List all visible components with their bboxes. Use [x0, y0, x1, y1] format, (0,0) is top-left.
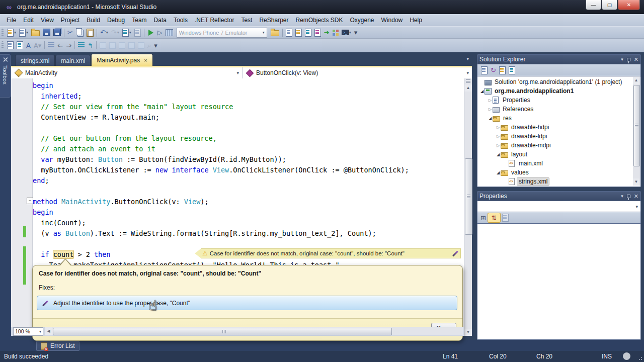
se-refresh-icon[interactable]: ↻	[490, 65, 497, 75]
window-position-chevron-icon[interactable]: ▾	[621, 57, 623, 62]
menu-tools[interactable]: Tools	[170, 15, 191, 25]
comment-selection-icon[interactable]	[77, 40, 86, 50]
close-icon[interactable]: ×	[144, 57, 147, 63]
copy-icon[interactable]	[75, 28, 85, 38]
new-project-icon[interactable]: ▾	[6, 28, 17, 38]
tree-item-res[interactable]: ◢res	[477, 114, 640, 123]
tree-item-main-xml[interactable]: main.xml	[477, 159, 640, 168]
se-show-all-files-icon[interactable]	[498, 65, 507, 75]
uncomment-selection-icon[interactable]: ↰	[87, 40, 94, 50]
menu-test[interactable]: Test	[237, 15, 256, 25]
open-file-icon[interactable]	[30, 28, 41, 38]
categorized-icon[interactable]: ⊞	[479, 213, 487, 223]
command-window-icon[interactable]: >_▾	[341, 28, 352, 38]
vertical-scrollbar-thumb[interactable]	[633, 85, 640, 166]
navigate-icon[interactable]: ▾	[121, 28, 132, 38]
display-member-list-icon[interactable]	[6, 40, 15, 50]
inline-warning-strip[interactable]: ⚠ Case for identifier does not match, or…	[201, 248, 461, 258]
window-position-chevron-icon[interactable]: ▾	[621, 194, 623, 199]
menu-build[interactable]: Build	[83, 15, 104, 25]
expander-icon[interactable]: ◢	[496, 170, 501, 175]
tree-item-references[interactable]: ▷References	[477, 105, 640, 114]
expander-icon[interactable]: ◢	[488, 116, 493, 121]
object-browser-icon[interactable]	[304, 28, 312, 38]
menu-project[interactable]: Project	[57, 15, 83, 25]
scroll-up-icon[interactable]: ▲	[464, 84, 472, 92]
type-dropdown[interactable]: MainActivity ▾	[11, 67, 243, 78]
tree-item-strings-xml[interactable]: strings.xml	[477, 177, 640, 186]
se-properties-icon[interactable]	[480, 65, 489, 75]
paste-icon[interactable]	[86, 28, 95, 38]
tree-item-layout[interactable]: ◢layout	[477, 150, 640, 159]
properties-window-icon[interactable]	[294, 28, 303, 38]
quick-info-icon[interactable]: A	[25, 40, 32, 50]
undo-icon[interactable]: ↶▾	[99, 28, 109, 38]
tree-item-drawable-hdpi[interactable]: ▷drawable-hdpi	[477, 123, 640, 132]
tree-item-solution-org-me-androidapplication1-1-project-[interactable]: Solution 'org.me.androidapplication1' (1…	[477, 77, 640, 86]
menu-data[interactable]: Data	[150, 15, 170, 25]
expander-icon[interactable]: ▷	[496, 125, 501, 130]
menu-resharper[interactable]: ReSharper	[256, 15, 292, 25]
toolbar-grip[interactable]	[2, 29, 4, 37]
solution-explorer-titlebar[interactable]: Solution Explorer ▾ ✕	[477, 54, 641, 64]
class-view-icon[interactable]	[313, 28, 322, 38]
tree-item-drawable-mdpi[interactable]: ▷drawable-mdpi	[477, 141, 640, 150]
expander-icon[interactable]: ◢	[496, 152, 501, 157]
decrease-indent-icon[interactable]: ⇐	[56, 40, 64, 50]
menu-window[interactable]: Window	[378, 15, 407, 25]
horizontal-scrollbar-thumb[interactable]	[53, 328, 392, 335]
minimize-button[interactable]: —	[586, 0, 601, 10]
menu--net-reflector[interactable]: .NET Reflector	[191, 15, 237, 25]
tree-item-drawable-ldpi[interactable]: ▷drawable-ldpi	[477, 132, 640, 141]
properties-titlebar[interactable]: Properties ▾ ✕	[477, 191, 641, 201]
tab-strings-xml[interactable]: strings.xml	[15, 55, 55, 66]
zoom-combo[interactable]: 100 % ▾	[13, 327, 43, 336]
auto-hide-pin-icon[interactable]	[627, 195, 630, 198]
expander-icon[interactable]: ▷	[496, 143, 501, 148]
close-icon[interactable]: ✕	[634, 193, 638, 200]
auto-hide-pin-icon[interactable]	[627, 58, 630, 61]
resize-grip[interactable]	[637, 355, 643, 361]
maximize-button[interactable]: ▢	[602, 0, 617, 10]
tree-item-properties[interactable]: ▷Properties	[477, 96, 640, 105]
toolbar2-overflow-icon[interactable]: ▾	[153, 40, 158, 50]
member-dropdown[interactable]: ButtonOnClick(v: View) ▾	[243, 67, 472, 78]
tab-mainactivity-pas[interactable]: MainActivity.pas×	[91, 54, 152, 66]
build-deploy-icon[interactable]	[165, 28, 174, 38]
save-all-icon[interactable]	[52, 28, 62, 38]
scroll-down-icon[interactable]: ▼	[464, 329, 472, 336]
toolbar-grip[interactable]	[2, 41, 4, 49]
start-debugging-icon[interactable]	[146, 28, 155, 38]
find-in-files-icon[interactable]	[270, 28, 280, 38]
editor-horizontal-scrollbar[interactable]	[52, 327, 463, 335]
start-page-icon[interactable]	[332, 28, 340, 38]
quick-fix-wand-icon[interactable]	[451, 250, 458, 257]
expander-icon[interactable]: ▷	[488, 107, 493, 112]
scroll-up-icon[interactable]: ▲	[633, 77, 639, 84]
menu-oxygene[interactable]: Oxygene	[347, 15, 378, 25]
solution-explorer-icon[interactable]	[285, 28, 293, 38]
increase-indent-icon[interactable]: ⇒	[65, 40, 72, 50]
vertical-scrollbar-thumb[interactable]	[465, 158, 472, 235]
save-icon[interactable]	[42, 28, 51, 38]
properties-object-combo[interactable]: ▾	[477, 201, 641, 212]
fix-suggestion-item[interactable]: Adjust the identifier to use the proper …	[37, 296, 457, 310]
menu-remobjects-sdk[interactable]: RemObjects SDK	[292, 15, 346, 25]
expander-icon[interactable]: ▷	[488, 98, 493, 103]
tree-item-values[interactable]: ◢values	[477, 168, 640, 177]
menu-debug[interactable]: Debug	[104, 15, 128, 25]
start-without-debugging-icon[interactable]: ▷	[156, 28, 164, 38]
menu-file[interactable]: File	[3, 15, 20, 25]
cut-icon[interactable]: ✂	[66, 28, 74, 38]
error-list-button[interactable]: Error List	[36, 341, 79, 351]
menu-help[interactable]: Help	[406, 15, 426, 25]
scroll-down-icon[interactable]: ▼	[633, 178, 639, 186]
tree-item-org-me-androidapplication1[interactable]: ◢org.me.androidapplication1	[477, 86, 640, 96]
expander-icon[interactable]: ▷	[496, 134, 501, 139]
menu-team[interactable]: Team	[128, 15, 150, 25]
properties-grid[interactable]	[477, 224, 641, 340]
menu-edit[interactable]: Edit	[20, 15, 37, 25]
se-view-code-icon[interactable]	[508, 65, 516, 75]
document-list-chevron-icon[interactable]: ▾	[466, 56, 469, 61]
display-lines-icon[interactable]	[47, 40, 55, 50]
